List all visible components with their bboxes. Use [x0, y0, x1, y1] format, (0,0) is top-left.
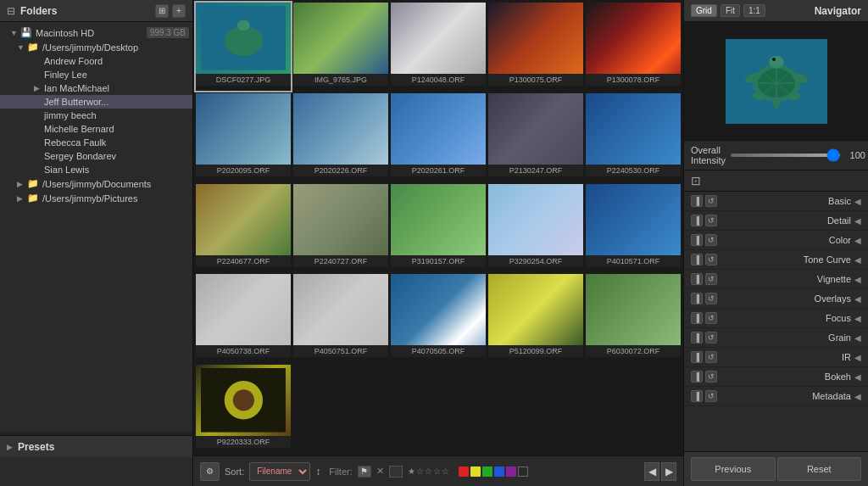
- photo-cell-p1240048[interactable]: P1240048.ORF: [391, 3, 486, 91]
- adj-expand-tone_curve[interactable]: ◀: [854, 255, 861, 265]
- adj-expand-detail[interactable]: ◀: [854, 216, 861, 226]
- adj-power-bokeh[interactable]: ▐: [691, 371, 703, 383]
- adj-item-vignette[interactable]: ▐ ↺ Vignette ◀: [684, 270, 868, 289]
- settings-button[interactable]: ⚙: [200, 462, 220, 481]
- adj-reset-basic[interactable]: ↺: [705, 195, 717, 207]
- sort-dropdown[interactable]: Filename Date Rating: [249, 462, 310, 481]
- reset-button[interactable]: Reset: [777, 457, 862, 481]
- photo-cell-p2020226[interactable]: P2020226.ORF: [293, 93, 388, 182]
- photo-cell-p2020095[interactable]: P2020095.ORF: [196, 93, 291, 182]
- adj-power-ir[interactable]: ▐: [691, 351, 703, 363]
- tree-item-finley[interactable]: Finley Lee: [0, 68, 192, 81]
- color-green-button[interactable]: [482, 466, 492, 477]
- photo-cell-p3290254[interactable]: P3290254.ORF: [488, 184, 583, 272]
- view-1to1-button[interactable]: 1:1: [743, 4, 765, 17]
- folders-options-button[interactable]: ⊞: [155, 4, 169, 18]
- adj-item-color[interactable]: ▐ ↺ Color ◀: [684, 231, 868, 250]
- adj-power-grain[interactable]: ▐: [691, 332, 703, 344]
- filter-box-button[interactable]: [389, 466, 403, 478]
- adj-power-detail[interactable]: ▐: [691, 215, 703, 226]
- adj-power-color[interactable]: ▐: [691, 234, 703, 246]
- color-purple-button[interactable]: [506, 466, 516, 477]
- tree-item-jimmy[interactable]: jimmy beech: [0, 109, 192, 122]
- adj-power-tone_curve[interactable]: ▐: [691, 254, 703, 265]
- adj-item-grain[interactable]: ▐ ↺ Grain ◀: [684, 328, 868, 348]
- adj-item-overlays[interactable]: ▐ ↺ Overlays ◀: [684, 289, 868, 309]
- adj-power-basic[interactable]: ▐: [691, 195, 703, 207]
- photo-cell-p2240677[interactable]: P2240677.ORF: [196, 184, 291, 272]
- adj-power-metadata[interactable]: ▐: [691, 390, 703, 402]
- tree-item-sergey[interactable]: Sergey Bondarev: [0, 149, 192, 163]
- adj-expand-focus[interactable]: ◀: [854, 314, 861, 323]
- star-filter[interactable]: ★☆☆☆☆: [408, 466, 450, 476]
- adj-expand-metadata[interactable]: ◀: [854, 392, 861, 401]
- adj-reset-grain[interactable]: ↺: [705, 332, 717, 344]
- tree-item-pictures[interactable]: ▶ 📁 /Users/jimmyb/Pictures: [0, 191, 192, 205]
- filter-clear-button[interactable]: ✕: [376, 466, 384, 477]
- adj-power-overlays[interactable]: ▐: [691, 293, 703, 304]
- adj-item-tone_curve[interactable]: ▐ ↺ Tone Curve ◀: [684, 250, 868, 270]
- tree-item-jeff[interactable]: Jeff Butterwor...: [0, 95, 192, 109]
- view-grid-button[interactable]: Grid: [691, 4, 717, 17]
- color-red-button[interactable]: [459, 466, 469, 477]
- photo-cell-p4070505[interactable]: P4070505.ORF: [391, 274, 486, 362]
- adj-reset-ir[interactable]: ↺: [705, 351, 717, 363]
- tree-item-drive[interactable]: ▼ 💾 Macintosh HD 999.3 GB: [0, 25, 192, 40]
- adj-power-focus[interactable]: ▐: [691, 312, 703, 324]
- adj-reset-color[interactable]: ↺: [705, 234, 717, 246]
- previous-button[interactable]: Previous: [691, 457, 776, 481]
- adj-expand-vignette[interactable]: ◀: [854, 275, 861, 284]
- adj-item-detail[interactable]: ▐ ↺ Detail ◀: [684, 211, 868, 231]
- adj-reset-detail[interactable]: ↺: [705, 215, 717, 226]
- tree-item-michelle[interactable]: Michelle Bernard: [0, 122, 192, 136]
- tree-item-ian[interactable]: ▶ Ian MacMichael: [0, 81, 192, 95]
- photo-cell-dscf0277[interactable]: DSCF0277.JPG: [196, 3, 291, 91]
- adj-power-vignette[interactable]: ▐: [691, 273, 703, 285]
- nav-prev-button[interactable]: ◀: [644, 462, 659, 481]
- adj-item-bokeh[interactable]: ▐ ↺ Bokeh ◀: [684, 367, 868, 387]
- tree-item-documents[interactable]: ▶ 📁 /Users/jimmyb/Documents: [0, 176, 192, 191]
- adj-expand-basic[interactable]: ◀: [854, 197, 861, 206]
- sort-direction-icon[interactable]: ↕: [315, 466, 320, 478]
- tree-item-sian[interactable]: Sian Lewis: [0, 163, 192, 176]
- view-fit-button[interactable]: Fit: [721, 4, 740, 17]
- photo-cell-p1300078[interactable]: P1300078.ORF: [586, 3, 681, 91]
- tree-item-andrew[interactable]: Andrew Foord: [0, 54, 192, 68]
- adj-expand-color[interactable]: ◀: [854, 236, 861, 245]
- adj-expand-bokeh[interactable]: ◀: [854, 372, 861, 382]
- adj-expand-grain[interactable]: ◀: [854, 333, 861, 343]
- adj-reset-focus[interactable]: ↺: [705, 312, 717, 324]
- photo-cell-p6030072[interactable]: P6030072.ORF: [586, 274, 681, 362]
- photo-cell-p2130247[interactable]: P2130247.ORF: [488, 93, 583, 182]
- crop-icon[interactable]: ⊡: [691, 174, 701, 187]
- nav-next-button[interactable]: ▶: [661, 462, 676, 481]
- color-blue-button[interactable]: [494, 466, 504, 477]
- adj-item-basic[interactable]: ▐ ↺ Basic ◀: [684, 192, 868, 211]
- photo-cell-p2020261[interactable]: P2020261.ORF: [391, 93, 486, 182]
- adj-expand-ir[interactable]: ◀: [854, 353, 861, 362]
- adj-reset-vignette[interactable]: ↺: [705, 273, 717, 285]
- tree-item-rebecca[interactable]: Rebecca Faulk: [0, 136, 192, 149]
- adj-reset-tone_curve[interactable]: ↺: [705, 254, 717, 265]
- collapse-icon[interactable]: ⊟: [7, 5, 15, 17]
- adj-reset-metadata[interactable]: ↺: [705, 390, 717, 402]
- adj-item-metadata[interactable]: ▐ ↺ Metadata ◀: [684, 387, 868, 406]
- navigator-preview[interactable]: [684, 22, 868, 141]
- adj-item-focus[interactable]: ▐ ↺ Focus ◀: [684, 309, 868, 328]
- adj-reset-bokeh[interactable]: ↺: [705, 371, 717, 383]
- photo-cell-p4050751[interactable]: P4050751.ORF: [293, 274, 388, 362]
- folders-add-button[interactable]: +: [172, 4, 186, 18]
- color-empty-button[interactable]: [518, 466, 528, 477]
- photo-cell-p4050738[interactable]: P4050738.ORF: [196, 274, 291, 362]
- photo-cell-p3190157[interactable]: P3190157.ORF: [391, 184, 486, 272]
- adj-item-ir[interactable]: ▐ ↺ IR ◀: [684, 348, 868, 367]
- filter-flag-button[interactable]: ⚑: [358, 466, 371, 478]
- photo-cell-p5120099[interactable]: P5120099.ORF: [488, 274, 583, 362]
- intensity-slider[interactable]: [731, 154, 840, 157]
- photo-cell-p2240727[interactable]: P2240727.ORF: [293, 184, 388, 272]
- photo-cell-p1300075[interactable]: P1300075.ORF: [488, 3, 583, 91]
- photo-cell-p4010571[interactable]: P4010571.ORF: [586, 184, 681, 272]
- adj-expand-overlays[interactable]: ◀: [854, 294, 861, 304]
- photo-cell-p2240530[interactable]: P2240530.ORF: [586, 93, 681, 182]
- presets-header[interactable]: ▶ Presets: [0, 435, 192, 457]
